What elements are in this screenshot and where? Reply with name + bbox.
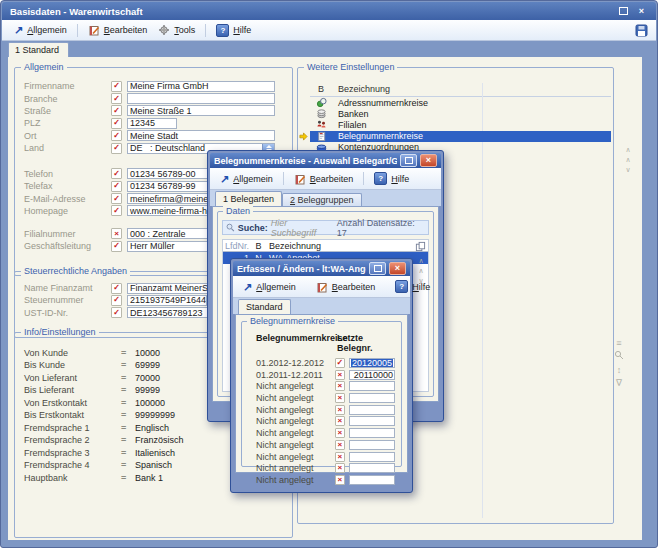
menu-bearbeiten[interactable]: Bearbeiten xyxy=(290,172,358,186)
menu-allgemein[interactable]: ↗ Allgemein xyxy=(10,24,71,36)
edit-toggle-icon[interactable]: × xyxy=(335,463,345,473)
tab-belegarten[interactable]: 1 Belegarten xyxy=(215,191,282,206)
strasse-field[interactable]: Meine Straße 1 xyxy=(127,105,275,116)
edit-toggle-icon[interactable]: ✓ xyxy=(111,105,122,116)
edit-toggle-icon[interactable]: × xyxy=(335,428,345,438)
tree-item-belegnummernkreise[interactable]: Belegnummernkreise xyxy=(310,131,611,142)
edit-toggle-icon[interactable]: ✓ xyxy=(335,358,345,368)
edit-toggle-icon[interactable]: ✓ xyxy=(111,307,122,318)
plz-field[interactable]: 12345 xyxy=(127,118,177,129)
edit-toggle-icon[interactable]: × xyxy=(335,416,345,426)
menu-bearbeiten[interactable]: Bearbeiten xyxy=(312,280,380,294)
tree-item-filialen[interactable]: Filialen xyxy=(310,119,611,130)
menu-hilfe[interactable]: ? Hilfe xyxy=(212,23,255,38)
edit-toggle-icon[interactable]: ✓ xyxy=(111,130,122,141)
letzte-belegnr-field[interactable] xyxy=(349,440,395,450)
edit-toggle-icon[interactable]: ✓ xyxy=(111,93,122,104)
letzte-belegnr-field[interactable] xyxy=(349,428,395,438)
menu-allgemein[interactable]: ↗ Allgemein xyxy=(239,281,300,293)
edit-toggle-icon[interactable]: ✓ xyxy=(111,283,122,294)
magnifier-icon[interactable] xyxy=(612,350,626,364)
edit-toggle-icon[interactable]: ✓ xyxy=(111,205,122,216)
edit-toggle-icon[interactable]: × xyxy=(335,381,345,391)
edit-toggle-icon[interactable]: ✓ xyxy=(111,143,122,154)
dialog-page: Belegnummernkreise Belegnummernkreise Le… xyxy=(235,314,408,473)
tab-standard[interactable]: 1 Standard xyxy=(8,42,69,57)
copy-icon[interactable] xyxy=(415,241,426,252)
beleg-row: 01.2011-12.2011×20110000 xyxy=(256,370,395,380)
edit-toggle-icon[interactable]: × xyxy=(111,228,122,239)
letzte-belegnr-field[interactable] xyxy=(349,393,395,403)
filter-icon[interactable]: ∇ xyxy=(612,377,626,390)
search-bar[interactable]: Suche: Hier Suchbegriff Anzahl Datensätz… xyxy=(222,220,429,235)
menu-tools[interactable]: Tools xyxy=(154,23,199,37)
save-icon[interactable] xyxy=(635,24,648,37)
letzte-belegnr-field[interactable] xyxy=(349,475,395,485)
edit-toggle-icon[interactable]: ✓ xyxy=(111,181,122,192)
menu-bearbeiten[interactable]: Bearbeiten xyxy=(84,23,152,37)
help-icon: ? xyxy=(374,172,387,185)
tree-item-banken[interactable]: Banken xyxy=(310,108,611,119)
edit-toggle-icon[interactable]: × xyxy=(335,393,345,403)
close-icon[interactable]: × xyxy=(635,6,648,17)
equals-icon: = xyxy=(121,448,135,458)
letzte-belegnr-field[interactable] xyxy=(349,416,395,426)
toolbar-separator xyxy=(205,24,206,37)
letzte-belegnr-field[interactable]: 20120005 xyxy=(349,358,395,368)
tab-beleggruppen[interactable]: 2 Beleggruppen xyxy=(282,193,362,206)
menu-allgemein[interactable]: ↗ Allgemein xyxy=(216,173,277,185)
group-title: Belegnummernkreise xyxy=(247,316,338,326)
minimize-icon[interactable] xyxy=(369,262,386,275)
scroll-up-icon[interactable]: ∧ xyxy=(622,155,634,165)
edit-toggle-icon[interactable]: ✓ xyxy=(111,193,122,204)
side-tool-icons: ≡ ↕ ∇ xyxy=(612,337,626,390)
edit-toggle-icon[interactable]: ✓ xyxy=(111,81,122,92)
sort-icon[interactable]: ↕ xyxy=(612,364,626,377)
edit-toggle-icon[interactable]: ✓ xyxy=(111,241,122,252)
edit-toggle-icon[interactable]: ✓ xyxy=(111,295,122,306)
ustid-field[interactable]: DE123456789123 xyxy=(127,307,211,318)
grip-icon[interactable]: ≡ xyxy=(612,337,626,350)
edit-toggle-icon[interactable]: ✓ xyxy=(111,118,122,129)
letzte-belegnr-field[interactable]: 20110000 xyxy=(349,370,395,380)
tree-item-adressnummernkreise[interactable]: Adressnummernkreise xyxy=(310,97,611,108)
dialog-title: Erfassen / Ändern - lt:WA-Angebot xyxy=(237,264,366,274)
minimize-icon[interactable] xyxy=(400,154,417,167)
search-placeholder: Hier Suchbegriff xyxy=(271,218,334,238)
menu-hilfe[interactable]: ? Hilfe xyxy=(370,171,413,186)
close-icon[interactable]: × xyxy=(420,154,437,167)
firmenname-field[interactable]: Meine Firma GmbH xyxy=(127,81,275,92)
letzte-belegnr-field[interactable] xyxy=(349,405,395,415)
group-belegnummernkreise: Belegnummernkreise Belegnummernkreise Le… xyxy=(241,321,402,467)
letzte-belegnr-field[interactable] xyxy=(349,463,395,473)
scroll-up-icon[interactable]: ∧ xyxy=(416,266,426,276)
letzte-belegnr-field[interactable] xyxy=(349,452,395,462)
restore-icon[interactable] xyxy=(617,6,630,17)
equals-icon: = xyxy=(121,410,135,420)
dialog-toolbar: ↗ Allgemein Bearbeiten ? Hilfe xyxy=(210,168,441,190)
tab-standard[interactable]: Standard xyxy=(238,299,291,314)
edit-toggle-icon[interactable]: × xyxy=(335,475,345,485)
letzte-belegnr-field[interactable] xyxy=(349,381,395,391)
scroll-top-icon[interactable]: ∧ xyxy=(622,145,634,155)
edit-toggle-icon[interactable]: × xyxy=(335,440,345,450)
close-icon[interactable]: × xyxy=(389,262,406,275)
ort-field[interactable]: Meine Stadt xyxy=(127,130,275,141)
screen: Basisdaten - Warenwirtschaft × ↗ Allgeme… xyxy=(0,0,658,548)
menu-hilfe[interactable]: ? Hilfe xyxy=(391,279,434,294)
branche-field[interactable] xyxy=(127,93,275,104)
arrow-ne-icon: ↗ xyxy=(243,282,252,292)
edit-toggle-icon[interactable]: × xyxy=(335,405,345,415)
edit-toggle-icon[interactable]: × xyxy=(335,452,345,462)
main-titlebar: Basisdaten - Warenwirtschaft × xyxy=(2,2,656,20)
tree-header: B Bezeichnung xyxy=(310,83,611,97)
table-header: LfdNr. B Bezeichnung xyxy=(223,240,428,252)
group-title: Info/Einstellungen xyxy=(21,327,99,337)
edit-toggle-icon[interactable]: × xyxy=(335,370,345,380)
scroll-down-icon[interactable]: ∨ xyxy=(622,165,634,175)
steuernummer-field[interactable]: 2151937549P1644 xyxy=(127,295,207,306)
scroll-top-icon[interactable]: ∧ xyxy=(416,256,426,266)
edit-toggle-icon[interactable]: ✓ xyxy=(111,168,122,179)
form-row: Straße✓Meine Straße 1 xyxy=(24,105,288,116)
help-icon: ? xyxy=(395,280,408,293)
